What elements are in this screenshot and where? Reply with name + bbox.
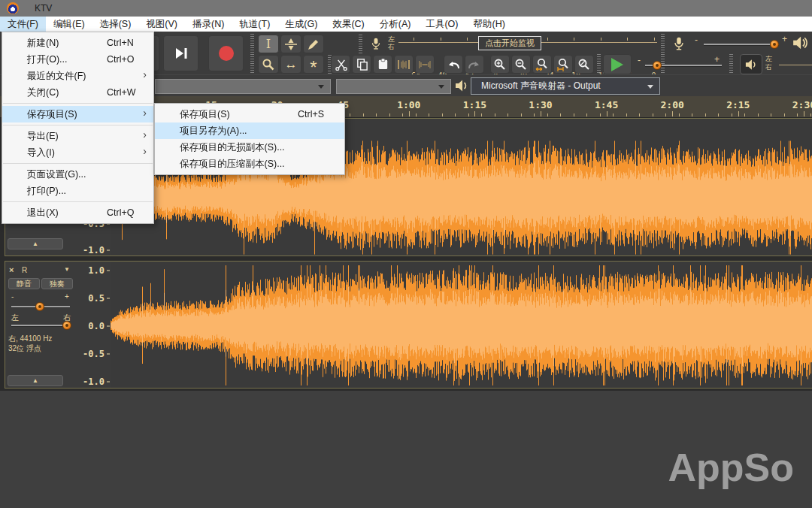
tools-toolbar-grip[interactable] — [359, 35, 362, 53]
menubar-item[interactable]: 视图(V) — [138, 17, 185, 32]
menu-separator — [3, 163, 153, 164]
menu-item[interactable]: 保存项目的压缩副本(S)... — [155, 156, 344, 172]
rec-volume-slider-track[interactable] — [704, 44, 779, 45]
track-lower-vertical-ruler[interactable]: 1.00.50.0-0.5-1.0 — [75, 262, 111, 388]
timeline-minor-tick — [692, 113, 692, 116]
recording-meter-mic-button[interactable] — [366, 35, 386, 53]
playback-meter-grip[interactable] — [729, 54, 733, 74]
monitor-prompt[interactable]: 点击开始监视 — [478, 36, 541, 50]
playback-device-dropdown[interactable]: Microsoft 声音映射器 - Output — [471, 77, 660, 95]
track-menu-chevron-icon[interactable]: ▼ — [64, 266, 70, 273]
playback-meter-speaker-button[interactable] — [740, 54, 762, 74]
zoom-toggle-button[interactable] — [574, 55, 594, 74]
speed-slider-knob[interactable] — [653, 61, 662, 70]
timeline-minor-tick — [455, 113, 456, 116]
zoom-in-button[interactable] — [490, 55, 510, 74]
solo-button[interactable]: 独奏 — [41, 278, 73, 289]
zoom-out-button[interactable] — [511, 55, 531, 74]
amplitude-label: -1.0 — [83, 245, 105, 256]
menubar-item[interactable]: 播录(N) — [185, 17, 232, 32]
amplitude-tick — [107, 250, 110, 251]
menubar-item[interactable]: 帮助(H) — [465, 17, 512, 32]
menu-item-shortcut: Ctrl+S — [298, 109, 338, 119]
transport-toolbar-grip[interactable] — [250, 34, 254, 73]
rec-meter-tick — [654, 38, 655, 41]
fit-project-button[interactable] — [553, 55, 573, 74]
undo-button[interactable] — [444, 55, 463, 74]
timeline-minor-tick — [784, 113, 785, 116]
mute-button[interactable]: 静音 — [8, 278, 40, 289]
copy-button[interactable] — [352, 55, 371, 74]
timeline-minor-tick — [495, 113, 495, 116]
menu-item-label: 保存项目(S) — [27, 108, 77, 121]
menubar-item[interactable]: 效果(C) — [325, 17, 371, 32]
title-bar: KTV — [0, 0, 812, 17]
multi-tool-button[interactable]: * — [303, 55, 324, 74]
selection-tool-button[interactable]: I — [258, 35, 279, 53]
track-upper-collapse-button[interactable]: ▲ — [8, 238, 63, 249]
envelope-tool-button[interactable] — [280, 35, 301, 53]
gain-slider-knob[interactable] — [35, 302, 44, 311]
pb-meter-left-label: 左 — [765, 55, 772, 62]
menu-item[interactable]: 保存项目(S)› — [2, 106, 153, 122]
draw-tool-button[interactable] — [303, 35, 324, 53]
rec-meter-tick — [547, 38, 548, 41]
menu-item[interactable]: 项目另存为(A)... — [155, 122, 344, 139]
menu-item[interactable]: 保存项目(S)Ctrl+S — [155, 106, 344, 122]
track-lower-panel[interactable]: × R ▼ 静音 独奏 - + 左 右 右, 44100 Hz 32位 浮点 ▲ — [5, 262, 76, 388]
paste-button[interactable] — [373, 55, 392, 74]
menubar-item[interactable]: 编辑(E) — [46, 17, 92, 32]
menu-item[interactable]: 退出(X)Ctrl+Q — [2, 204, 153, 221]
menubar-item[interactable]: 分析(A) — [372, 17, 419, 32]
menu-item[interactable]: 最近的文件(F)› — [2, 68, 153, 84]
menu-item[interactable]: 打印(P)... — [2, 183, 153, 199]
track-lower-collapse-button[interactable]: ▲ — [8, 375, 63, 386]
rec-meter-left-label: 左 — [388, 35, 395, 43]
menubar-item[interactable]: 文件(F) — [0, 17, 46, 32]
double-arrow-icon: ↔ — [285, 57, 298, 72]
menu-item[interactable]: 导入(I)› — [2, 144, 153, 161]
redo-button[interactable] — [465, 55, 484, 74]
recording-device-dropdown[interactable] — [155, 79, 331, 94]
record-button[interactable] — [208, 35, 244, 71]
menu-item-shortcut: Ctrl+N — [107, 38, 147, 48]
silence-audio-button[interactable] — [415, 55, 435, 74]
timeline-label: 2:15 — [726, 99, 750, 110]
playback-volume-speaker-icon[interactable] — [791, 35, 809, 50]
recording-channels-dropdown[interactable] — [336, 79, 451, 94]
menu-item[interactable]: 保存项目的无损副本(S)... — [155, 139, 344, 156]
trim-audio-button[interactable] — [394, 55, 414, 74]
pan-slider-knob[interactable] — [62, 321, 71, 330]
play-speed-toolbar-grip[interactable] — [597, 54, 601, 74]
cut-button[interactable] — [331, 55, 350, 74]
menu-item[interactable]: 关闭(C)Ctrl+W — [2, 84, 153, 101]
zoom-in-icon — [493, 58, 507, 71]
pb-meter-scale-line — [779, 65, 812, 65]
timeline-minor-tick — [665, 113, 666, 116]
zoom-selection-button[interactable] — [532, 55, 552, 74]
play-at-speed-button[interactable] — [603, 54, 632, 74]
skip-to-end-button[interactable] — [163, 35, 198, 71]
rec-volume-slider-knob[interactable] — [770, 40, 779, 49]
menubar-item[interactable]: 工具(O) — [418, 17, 465, 32]
menu-item[interactable]: 导出(E)› — [2, 128, 153, 144]
track-lower-waveform[interactable] — [111, 262, 812, 388]
menu-item[interactable]: 页面设置(G)... — [2, 166, 153, 183]
menu-item[interactable]: 打开(O)...Ctrl+O — [2, 51, 153, 68]
menubar-item[interactable]: 生成(G) — [277, 17, 325, 32]
timeshift-tool-button[interactable]: ↔ — [280, 55, 301, 74]
track-name[interactable]: R — [22, 266, 27, 274]
menubar-item[interactable]: 选择(S) — [92, 17, 139, 32]
copy-icon — [356, 58, 368, 71]
window-title: KTV — [35, 3, 52, 14]
menubar-item[interactable]: 轨道(T) — [232, 17, 277, 32]
menu-item[interactable]: 新建(N)Ctrl+N — [2, 35, 153, 51]
track-close-button[interactable]: × — [9, 265, 14, 274]
zoom-tool-button[interactable] — [258, 55, 279, 74]
timeline-major-tick — [541, 111, 541, 116]
menu-item-label: 退出(X) — [27, 207, 59, 219]
timeline-major-tick — [409, 111, 410, 116]
save-project-submenu: 保存项目(S)Ctrl+S项目另存为(A)...保存项目的无损副本(S)...保… — [154, 103, 345, 175]
meter-toolbar-grip[interactable] — [661, 34, 665, 73]
pan-slider-track[interactable] — [11, 325, 70, 326]
